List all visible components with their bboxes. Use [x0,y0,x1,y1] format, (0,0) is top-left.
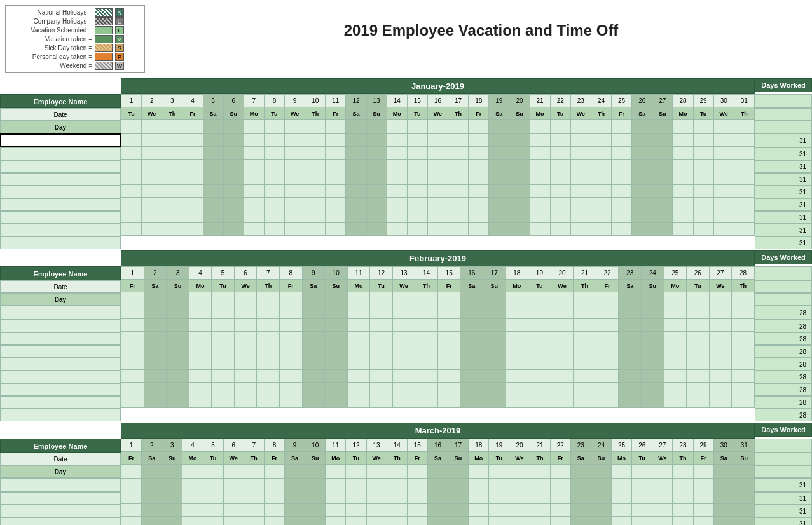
emp-day-cell [325,383,348,395]
emp-day-cell [223,172,244,185]
date-cell: 4 [182,95,203,107]
emp-day-cell [652,120,673,134]
emp-day-cell [305,504,326,517]
emp-day-cell [713,210,734,223]
emp-day-cell [244,479,264,491]
dayname-cell: Fr [121,452,142,465]
emp-day-cell [437,395,460,408]
emp-day-cell [366,517,387,526]
date-cell: 30 [713,95,734,107]
dw-jan-7: 31 [755,211,812,224]
emp-day-cell [285,479,305,491]
emp-day-cell [346,504,366,517]
emp-day-cell [244,517,264,526]
emp-day-cell [469,185,489,198]
emp-day-cell [437,319,460,332]
emp-day-cell [469,147,489,160]
february-days-worked-col: 28 28 28 28 28 28 28 28 28 [755,266,812,421]
employee-name-input-1-jan[interactable] [0,133,121,147]
emp-day-cell [612,479,632,491]
emp-day-cell [407,198,427,210]
emp-day-cell [664,370,687,383]
emp-day-cell [530,172,550,185]
emp-day-cell [142,172,162,185]
emp-day-cell [530,198,550,210]
emp-day-cell [530,517,550,526]
emp-day-cell [709,344,732,357]
emp-day-cell [257,344,280,357]
employee-row-3-jan [0,160,121,173]
page-title: 2019 Employee Vacation and Time Off [344,22,619,39]
emp-day-cell [392,332,415,344]
emp-day-cell [182,172,203,185]
emp-day-cell [687,383,710,395]
emp-day-cell [189,332,212,344]
emp-day-cell [713,491,734,504]
emp-day-cell [530,465,550,479]
emp-day-cell [182,491,203,504]
emp-day-cell [641,332,664,344]
emp-day-cell [366,172,387,185]
emp-day-cell [734,172,754,185]
dayname-cell: Fr [469,107,489,120]
date-cell: 3 [167,267,189,280]
emp-day-cell [257,357,280,370]
emp-day-cell [392,306,415,319]
emp-day-cell [574,370,596,383]
dw-jan-3: 31 [755,160,812,173]
emp-day-cell [591,160,611,172]
emp-day-cell [167,383,189,395]
emp-day-cell [509,134,530,147]
emp-day-cell [162,134,182,147]
emp-day-cell [506,344,528,357]
emp-day-cell [347,344,370,357]
emp-day-cell [121,357,144,370]
emp-day-cell [570,185,591,198]
emp-day-cell [489,134,509,147]
emp-day-cell [652,134,673,147]
emp-day-cell [469,210,489,223]
emp-day-cell [437,306,460,319]
emp-day-cell [528,370,551,383]
dayname-cell: Th [305,107,326,120]
emp-day-cell [713,198,734,210]
emp-day-cell [530,134,550,147]
dw-jan-2: 31 [755,147,812,160]
dayname-cell: Mo [530,107,550,120]
emp-day-cell [234,332,257,344]
emp-day-cell [407,223,427,236]
emp-day-cell [509,172,530,185]
emp-day-cell [693,134,713,147]
emp-day-cell [121,479,142,491]
emp-day-cell [257,370,280,383]
emp-day-cell [734,134,754,147]
emp-day-cell [347,395,370,408]
emp-day-cell [551,357,574,370]
dayname-cell: Th [732,280,755,292]
emp-day-cell [370,332,393,344]
emp-day-cell [469,172,489,185]
date-cell: 20 [509,439,530,452]
dayname-cell: Su [641,280,664,292]
emp-day-cell [530,147,550,160]
emp-day-cell [142,465,162,479]
emp-day-cell [632,517,652,526]
emp-day-cell [189,357,212,370]
dayname-cell: Tu [687,280,710,292]
emp-day-cell [509,120,530,134]
date-cell: 17 [483,267,506,280]
emp-day-cell [189,292,212,306]
emp-day-cell [427,172,448,185]
emp-day-cell [167,357,189,370]
emp-day-cell [142,147,162,160]
emp-day-cell [264,223,284,236]
emp-day-cell [144,306,167,319]
date-cell: 3 [162,439,182,452]
date-cell: 21 [530,95,550,107]
emp-day-cell [641,292,664,306]
date-cell: 14 [387,439,407,452]
emp-day-cell [483,370,506,383]
emp-day-cell [121,306,144,319]
date-cell: 31 [734,95,754,107]
emp-day-cell [142,517,162,526]
